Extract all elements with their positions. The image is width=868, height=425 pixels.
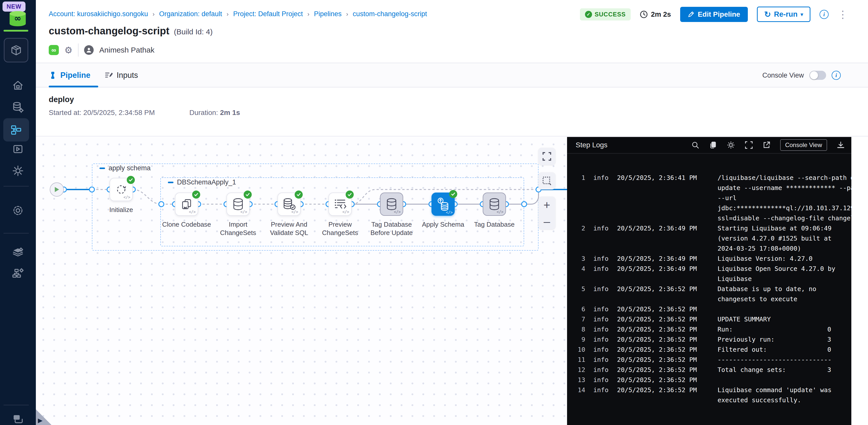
selection-box-icon xyxy=(542,176,552,186)
log-line: update --username ************* --pa xyxy=(567,183,868,193)
sidebar-item-module-switcher[interactable] xyxy=(4,38,28,62)
zoom-out-button[interactable]: – xyxy=(544,216,550,227)
log-line: ssl=disable --changelog-file changelog xyxy=(567,213,868,223)
step-node-clone-codebase[interactable]: </> xyxy=(175,193,198,216)
pipeline-canvas[interactable]: apply schema DBSchemaApply_1 xyxy=(36,137,868,425)
collapse-icon[interactable] xyxy=(168,182,174,183)
fullscreen-icon[interactable] xyxy=(745,141,753,149)
sidebar-item-home[interactable] xyxy=(0,75,36,95)
sidebar-item-pipelines[interactable] xyxy=(3,118,29,142)
run-actions: ✓ SUCCESS 2m 2s Edit Pipeline ↻ Re-run ▾ xyxy=(580,6,848,22)
log-line: 5info20/5/2025, 2:36:52 PMDatabase is up… xyxy=(567,284,868,294)
step-success-icon xyxy=(294,191,303,199)
log-scrollbar[interactable] xyxy=(851,137,868,425)
step-node-tag-database[interactable]: </> xyxy=(483,193,506,216)
step-node-initialize[interactable]: </> xyxy=(110,178,133,201)
console-view-toggle[interactable] xyxy=(809,71,826,80)
run-meta-row: ∞ ⚙ Animesh Pathak xyxy=(49,44,155,57)
log-line: --url xyxy=(567,193,868,203)
log-line: 9info20/5/2025, 2:36:52 PMPreviously run… xyxy=(567,335,868,345)
collapse-icon[interactable] xyxy=(99,168,105,169)
breadcrumb: Account: kurosakiichigo.songoku›Organiza… xyxy=(49,10,427,18)
new-badge: NEW xyxy=(2,1,26,11)
log-line: 6info20/5/2025, 2:36:52 PM xyxy=(567,304,868,314)
search-icon[interactable] xyxy=(691,141,699,149)
marquee-select-button[interactable] xyxy=(538,172,555,190)
elapsed-time: 2m 2s xyxy=(640,10,671,19)
log-line: executed successfully. xyxy=(567,395,868,405)
step-node-tag-database-before-update[interactable]: </> xyxy=(380,193,403,216)
step-logs-title: Step Logs xyxy=(576,141,608,149)
copy-icon[interactable] xyxy=(709,141,717,149)
log-line: jdbc:*************ql://10.101.37.129 xyxy=(567,203,868,213)
step-logs-header: Step Logs xyxy=(567,137,868,153)
log-output[interactable]: 1info20/5/2025, 2:36:41 PM/liquibase/liq… xyxy=(567,153,868,425)
sidebar-divider xyxy=(3,233,29,233)
zoom-controls: + – xyxy=(538,197,555,229)
gear-icon[interactable]: ⚙ xyxy=(64,45,72,55)
sidebar-item-module-settings[interactable] xyxy=(0,161,36,181)
breadcrumb-link[interactable]: Project: Default Project xyxy=(233,10,303,18)
sidebar-item-help-chat[interactable]: ? xyxy=(0,409,36,425)
download-icon[interactable] xyxy=(837,141,845,149)
stage-summary: deploy Started at: 20/5/2025, 2:34:58 PM… xyxy=(36,88,868,137)
code-tag-icon: </> xyxy=(394,210,401,214)
gear-icon[interactable] xyxy=(726,141,735,149)
success-check-icon: ✓ xyxy=(585,11,592,18)
stage-group-label[interactable]: apply schema xyxy=(99,164,151,172)
play-icon xyxy=(54,187,60,193)
sidebar-item-executions[interactable] xyxy=(0,140,36,160)
code-tag-icon: </> xyxy=(497,210,503,214)
pipeline-flow-icon xyxy=(10,124,22,136)
step-success-icon xyxy=(346,191,354,199)
sidebar-item-org-structure[interactable] xyxy=(0,263,36,283)
tab-inputs[interactable]: Inputs xyxy=(104,63,138,87)
open-in-new-icon[interactable] xyxy=(763,141,771,149)
code-tag-icon: </> xyxy=(240,210,247,214)
stage-started: Started at: 20/5/2025, 2:34:58 PM xyxy=(49,109,155,117)
cube-icon xyxy=(10,45,22,56)
step-node-preview-changesets[interactable]: </> xyxy=(329,193,352,216)
step-success-icon xyxy=(449,190,457,198)
stage-duration: Duration: 2m 1s xyxy=(189,109,240,117)
sidebar-item-layers-settings[interactable] xyxy=(0,243,36,263)
sidebar: NEW ∞ xyxy=(0,0,36,425)
sidebar-divider xyxy=(3,186,29,187)
stage-start-node[interactable] xyxy=(50,182,64,197)
edit-pipeline-button[interactable]: Edit Pipeline xyxy=(680,7,748,22)
step-node-import-changesets[interactable]: </> xyxy=(226,193,250,216)
breadcrumb-link[interactable]: Pipelines xyxy=(314,10,342,18)
breadcrumb-link[interactable]: custom-changelog-script xyxy=(353,10,427,18)
step-node-label: Initialize xyxy=(95,206,147,214)
pipeline-execution-page: NEW ∞ xyxy=(0,0,868,425)
log-line: 10info20/5/2025, 2:36:52 PMFiltered out:… xyxy=(567,345,868,355)
code-tag-icon: </> xyxy=(291,210,298,214)
play-box-icon xyxy=(12,144,24,155)
log-line: 2info20/5/2025, 2:36:49 PMStarting Liqui… xyxy=(567,223,868,233)
more-options-menu[interactable]: ⋮ xyxy=(838,11,848,18)
clock-icon xyxy=(640,10,648,19)
breadcrumb-link[interactable]: Account: kurosakiichigo.songoku xyxy=(49,10,148,18)
info-icon[interactable]: i xyxy=(819,10,829,19)
code-tag-icon: </> xyxy=(446,210,453,215)
sidebar-item-project-settings[interactable] xyxy=(0,200,36,221)
tab-pipeline[interactable]: Pipeline xyxy=(49,63,90,87)
breadcrumb-link[interactable]: Organization: default xyxy=(159,10,222,18)
fit-to-screen-button[interactable] xyxy=(538,148,555,165)
step-node-preview-and-validate-sql[interactable]: </> xyxy=(277,193,301,216)
log-line: changesets to execute xyxy=(567,294,868,304)
info-icon[interactable]: i xyxy=(832,71,841,80)
sidebar-item-database-devops[interactable] xyxy=(0,97,36,117)
zoom-in-button[interactable]: + xyxy=(544,199,550,211)
gear-icon xyxy=(12,205,24,216)
harness-dbdevops-logo[interactable]: ∞ xyxy=(7,10,28,27)
chat-question-icon: ? xyxy=(12,414,24,425)
step-group-label[interactable]: DBSchemaApply_1 xyxy=(168,178,236,186)
breadcrumb-separator: › xyxy=(153,10,155,18)
console-view-button[interactable]: Console View xyxy=(780,139,827,151)
inputs-icon xyxy=(104,71,113,80)
rerun-button[interactable]: ↻ Re-run ▾ xyxy=(757,6,810,22)
expand-panel-icon[interactable]: ▶ xyxy=(38,417,42,424)
step-node-apply-schema[interactable]: </> xyxy=(432,193,455,216)
log-line: Liquibase xyxy=(567,274,868,284)
